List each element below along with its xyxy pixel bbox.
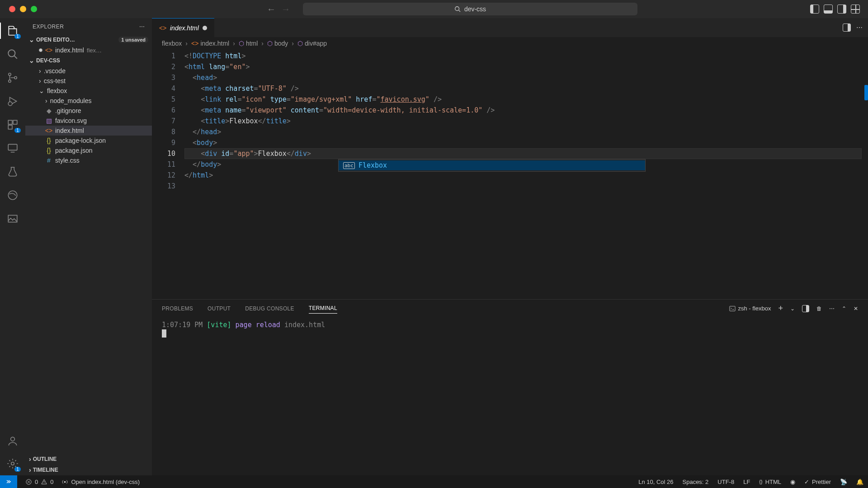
trash-icon[interactable]: 🗑 bbox=[816, 305, 822, 312]
titlebar: ← → dev-css bbox=[0, 0, 868, 18]
timeline-header[interactable]: ›TIMELINE bbox=[25, 465, 152, 475]
crumb[interactable]: ⬡div#app bbox=[297, 40, 327, 47]
tree-folder[interactable]: ⌄flexbox bbox=[25, 86, 152, 96]
svg-point-0 bbox=[455, 7, 459, 11]
tree-file[interactable]: {}package.json bbox=[25, 145, 152, 155]
search-icon bbox=[454, 6, 461, 12]
close-panel-icon[interactable]: ✕ bbox=[854, 305, 858, 312]
crumb[interactable]: ⬡html bbox=[239, 40, 258, 47]
remote-indicator[interactable] bbox=[0, 475, 17, 488]
autocomplete-item[interactable]: abc Flexbox bbox=[339, 160, 645, 170]
panel-tab-output[interactable]: OUTPUT bbox=[208, 304, 231, 314]
project-header[interactable]: ⌄ DEV-CSS bbox=[25, 55, 152, 66]
unsaved-badge: 1 unsaved bbox=[118, 37, 148, 43]
split-terminal-icon[interactable] bbox=[802, 305, 809, 312]
terminal-dropdown-icon[interactable]: ⌄ bbox=[790, 305, 795, 312]
tree-folder[interactable]: ›.vscode bbox=[25, 66, 152, 76]
explorer-icon[interactable]: 1 bbox=[6, 24, 19, 37]
svg-point-2 bbox=[8, 50, 15, 56]
problems-status[interactable]: 0 0 bbox=[25, 479, 53, 485]
tree-file[interactable]: ◆.gitignore bbox=[25, 106, 152, 116]
account-icon[interactable] bbox=[6, 435, 19, 447]
crumb[interactable]: ⬡body bbox=[267, 40, 288, 47]
element-icon: ⬡ bbox=[267, 40, 273, 47]
nav-forward[interactable]: → bbox=[281, 4, 290, 14]
maximize-panel-icon[interactable]: ⌃ bbox=[842, 305, 846, 312]
svg-rect-8 bbox=[8, 120, 12, 124]
sidebar-title: EXPLORER bbox=[33, 23, 64, 30]
window-controls bbox=[5, 6, 37, 12]
extensions-icon[interactable]: 1 bbox=[6, 118, 19, 131]
gear-badge: 1 bbox=[14, 467, 21, 472]
svg-point-6 bbox=[14, 76, 17, 79]
svg-file-icon: ▧ bbox=[45, 117, 52, 124]
open-editor-item[interactable]: <> index.html flex… bbox=[25, 45, 152, 55]
port-status[interactable]: Open index.html (dev-css) bbox=[61, 479, 140, 485]
maximize-window[interactable] bbox=[31, 6, 37, 12]
tree-file[interactable]: {}package-lock.json bbox=[25, 136, 152, 145]
nav-back[interactable]: ← bbox=[267, 4, 276, 14]
minimize-window[interactable] bbox=[20, 6, 26, 12]
crumb[interactable]: <>index.html bbox=[191, 40, 229, 47]
source-control-icon[interactable] bbox=[6, 71, 19, 84]
image-icon[interactable] bbox=[6, 212, 19, 225]
testing-icon[interactable] bbox=[6, 165, 19, 178]
panel-tab-terminal[interactable]: TERMINAL bbox=[309, 303, 337, 314]
language-status[interactable]: {}HTML bbox=[759, 479, 781, 485]
live-preview-icon[interactable]: ◉ bbox=[790, 479, 795, 485]
tree-file[interactable]: ▧favicon.svg bbox=[25, 116, 152, 126]
tab-more-icon[interactable]: ⋯ bbox=[856, 24, 863, 31]
open-editor-folder: flex… bbox=[87, 47, 102, 54]
terminal-msg: reload bbox=[256, 321, 280, 329]
indent-status[interactable]: Spaces: 2 bbox=[683, 479, 709, 485]
svg-point-4 bbox=[9, 73, 11, 75]
panel-tab-problems[interactable]: PROBLEMS bbox=[162, 304, 193, 314]
svg-point-7 bbox=[8, 102, 12, 106]
feedback-icon[interactable]: 📡 bbox=[840, 479, 847, 485]
cursor-position[interactable]: Ln 10, Col 26 bbox=[638, 479, 673, 485]
error-icon bbox=[25, 479, 32, 485]
add-terminal-icon[interactable]: + bbox=[778, 304, 783, 313]
tree-file[interactable]: #style.css bbox=[25, 155, 152, 165]
open-editors-header[interactable]: ⌄ OPEN EDITO… 1 unsaved bbox=[25, 34, 152, 45]
prettier-status[interactable]: ✓Prettier bbox=[804, 479, 831, 485]
toggle-sidebar-icon[interactable] bbox=[810, 5, 819, 14]
activity-bar: 1 1 bbox=[0, 18, 25, 475]
tree-folder[interactable]: ›node_modules bbox=[25, 96, 152, 106]
encoding-status[interactable]: UTF-8 bbox=[717, 479, 734, 485]
terminal-icon bbox=[729, 305, 736, 312]
search-text: dev-css bbox=[464, 5, 486, 13]
search-tab-icon[interactable] bbox=[6, 48, 19, 61]
sidebar-more-icon[interactable]: ⋯ bbox=[139, 23, 145, 30]
autocomplete-popup[interactable]: abc Flexbox bbox=[338, 159, 646, 172]
outline-header[interactable]: ›OUTLINE bbox=[25, 454, 152, 465]
debug-icon[interactable] bbox=[6, 95, 19, 108]
bell-icon[interactable]: 🔔 bbox=[856, 479, 863, 485]
git-file-icon: ◆ bbox=[45, 107, 52, 114]
terminal-time: 1:07:19 PM bbox=[162, 321, 203, 329]
customize-layout-icon[interactable] bbox=[851, 5, 860, 14]
crumb[interactable]: flexbox bbox=[162, 40, 182, 47]
eol-status[interactable]: LF bbox=[743, 479, 750, 485]
html-file-icon: <> bbox=[159, 24, 166, 32]
remote-icon[interactable] bbox=[6, 142, 19, 155]
tree-folder[interactable]: ›css-test bbox=[25, 76, 152, 86]
panel-tab-debug[interactable]: DEBUG CONSOLE bbox=[245, 304, 294, 314]
edge-icon[interactable] bbox=[6, 189, 19, 202]
statusbar: 0 0 Open index.html (dev-css) Ln 10, Col… bbox=[0, 475, 868, 488]
html-file-icon: <> bbox=[45, 47, 52, 54]
tree-file[interactable]: <>index.html bbox=[25, 126, 152, 136]
close-window[interactable] bbox=[9, 6, 15, 12]
terminal-output[interactable]: 1:07:19 PM [vite] page reload index.html bbox=[152, 317, 868, 475]
command-center[interactable]: dev-css bbox=[303, 3, 637, 15]
editor-tab[interactable]: <> index.html bbox=[152, 18, 214, 37]
toggle-secondary-icon[interactable] bbox=[837, 5, 846, 14]
toggle-panel-icon[interactable] bbox=[824, 5, 833, 14]
svg-rect-15 bbox=[8, 215, 17, 222]
split-editor-icon[interactable] bbox=[843, 23, 851, 32]
settings-gear-icon[interactable]: 1 bbox=[6, 457, 19, 470]
breadcrumb[interactable]: flexbox› <>index.html› ⬡html› ⬡body› ⬡di… bbox=[152, 37, 868, 50]
terminal-selector[interactable]: zsh - flexbox bbox=[729, 305, 771, 312]
panel-more-icon[interactable]: ⋯ bbox=[829, 305, 835, 312]
code-editor[interactable]: 12345678910111213 <!DOCTYPE html> <html … bbox=[152, 50, 868, 299]
